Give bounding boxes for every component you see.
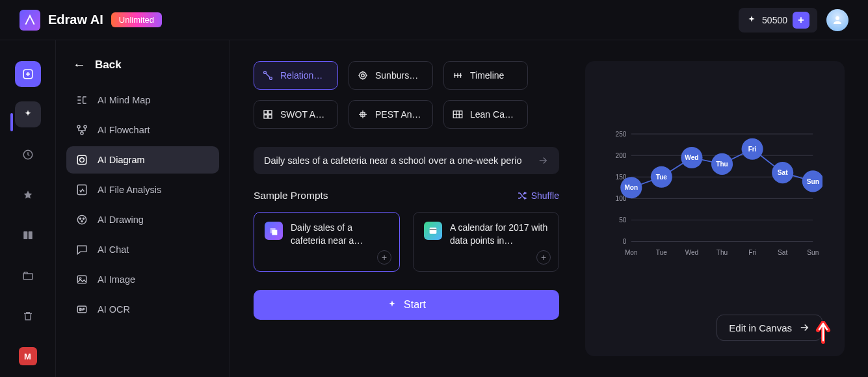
shuffle-label: Shuffle bbox=[531, 190, 559, 201]
rail-templates-button[interactable] bbox=[15, 222, 41, 248]
chip-label: SWOT A… bbox=[280, 109, 324, 120]
sample-add-button[interactable]: + bbox=[536, 250, 551, 265]
rail-trash-button[interactable] bbox=[15, 303, 41, 329]
back-button[interactable]: ← Back bbox=[66, 57, 219, 86]
chip-sunburst[interactable]: Sunburs… bbox=[349, 61, 433, 90]
svg-rect-4 bbox=[28, 231, 32, 239]
sample-icon bbox=[424, 222, 442, 240]
svg-point-6 bbox=[84, 125, 86, 128]
svg-text:Mon: Mon bbox=[625, 249, 638, 256]
rail-files-button[interactable] bbox=[15, 263, 41, 289]
chip-lean-canvas[interactable]: Lean Ca… bbox=[443, 100, 528, 129]
sidebar-item-label: AI Flowchart bbox=[98, 125, 150, 135]
svg-rect-28 bbox=[430, 228, 437, 233]
svg-point-14 bbox=[81, 220, 83, 222]
sidebar-item-label: AI OCR bbox=[98, 304, 130, 315]
diagram-icon bbox=[75, 153, 88, 166]
edit-canvas-label: Edit in Canvas bbox=[729, 322, 792, 333]
svg-text:200: 200 bbox=[616, 152, 627, 159]
sidebar-item-file-analysis[interactable]: AI File Analysis bbox=[66, 176, 219, 203]
rail-favorites-button[interactable] bbox=[15, 182, 41, 208]
chat-icon bbox=[75, 243, 88, 256]
sidebar-item-diagram[interactable]: AI Diagram bbox=[66, 146, 219, 174]
prompt-input[interactable]: Daily sales of a cafeteria near a school… bbox=[254, 147, 559, 174]
rail-ai-button[interactable] bbox=[15, 101, 41, 127]
edit-in-canvas-button[interactable]: Edit in Canvas bbox=[717, 315, 822, 341]
rail: M bbox=[0, 40, 56, 377]
svg-rect-23 bbox=[269, 110, 272, 114]
relation-icon bbox=[262, 70, 274, 81]
svg-rect-22 bbox=[264, 110, 267, 114]
preview-chart: 050100150200250MonTueWedThuFriSatSunMonT… bbox=[607, 81, 822, 307]
svg-point-18 bbox=[264, 72, 267, 74]
sample-add-button[interactable]: + bbox=[377, 250, 391, 265]
brand-name: Edraw AI bbox=[48, 12, 103, 27]
svg-text:Wed: Wed bbox=[685, 249, 699, 256]
chip-label: Timeline bbox=[470, 70, 504, 81]
chip-label: Lean Ca… bbox=[470, 109, 514, 120]
sidebar-item-image[interactable]: AI Image bbox=[66, 266, 219, 293]
svg-text:Sat: Sat bbox=[778, 249, 787, 256]
avatar[interactable] bbox=[826, 9, 848, 31]
svg-rect-3 bbox=[23, 231, 27, 239]
sidebar-item-chat[interactable]: AI Chat bbox=[66, 236, 219, 263]
chip-swot[interactable]: SWOT A… bbox=[254, 100, 338, 129]
pest-icon bbox=[357, 109, 369, 120]
submit-arrow-icon[interactable] bbox=[537, 155, 549, 166]
samples-title: Sample Prompts bbox=[254, 190, 328, 202]
add-credits-button[interactable]: + bbox=[793, 12, 809, 29]
shuffle-icon bbox=[517, 190, 527, 201]
back-arrow-icon: ← bbox=[73, 57, 86, 72]
rail-active-indicator bbox=[10, 113, 13, 131]
svg-point-9 bbox=[80, 158, 85, 162]
svg-point-11 bbox=[77, 215, 86, 224]
sidebar-item-label: AI Mind Map bbox=[98, 95, 150, 105]
sidebar-item-mindmap[interactable]: AI Mind Map bbox=[66, 86, 219, 114]
svg-text:Sun: Sun bbox=[807, 178, 819, 185]
svg-point-21 bbox=[360, 72, 367, 79]
image-icon bbox=[75, 273, 88, 286]
brand[interactable]: Edraw AI Unlimited bbox=[20, 10, 162, 31]
svg-point-7 bbox=[81, 132, 83, 135]
sidebar-item-label: AI Image bbox=[98, 274, 135, 285]
sunburst-icon bbox=[357, 70, 369, 81]
svg-point-0 bbox=[835, 16, 839, 20]
swot-icon bbox=[262, 109, 274, 120]
back-label: Back bbox=[95, 58, 122, 72]
chip-pest[interactable]: PEST An… bbox=[349, 100, 433, 129]
lean-canvas-icon bbox=[452, 109, 464, 120]
shuffle-button[interactable]: Shuffle bbox=[517, 190, 559, 201]
svg-text:Fri: Fri bbox=[748, 249, 756, 256]
sample-card-0[interactable]: Daily sales of a cafeteria near a… + bbox=[254, 212, 400, 272]
svg-text:Wed: Wed bbox=[685, 154, 698, 161]
chip-label: Sunburs… bbox=[375, 70, 418, 81]
start-button[interactable]: Start bbox=[254, 290, 559, 320]
svg-text:Thu: Thu bbox=[716, 161, 728, 168]
rail-new-button[interactable] bbox=[15, 61, 41, 87]
svg-text:Tue: Tue bbox=[656, 249, 667, 256]
brand-logo-icon bbox=[20, 10, 40, 31]
sample-card-1[interactable]: A calendar for 2017 with data points in…… bbox=[413, 212, 559, 272]
sidebar-item-label: AI Drawing bbox=[98, 214, 144, 225]
chip-label: Relation… bbox=[280, 70, 322, 81]
svg-text:Sun: Sun bbox=[807, 249, 819, 256]
svg-text:Thu: Thu bbox=[717, 249, 728, 256]
sidebar-item-drawing[interactable]: AI Drawing bbox=[66, 206, 219, 233]
rail-recent-button[interactable] bbox=[15, 142, 41, 168]
sample-text: A calendar for 2017 with data points in… bbox=[450, 222, 548, 262]
credits-pill[interactable]: 50500 + bbox=[739, 8, 817, 32]
sidebar-item-ocr[interactable]: AI OCR bbox=[66, 296, 219, 323]
chip-relation[interactable]: Relation… bbox=[254, 61, 338, 90]
chip-timeline[interactable]: Timeline bbox=[443, 61, 528, 90]
rail-bottom-badge[interactable]: M bbox=[19, 347, 37, 365]
svg-text:50: 50 bbox=[619, 216, 627, 224]
sidebar-item-label: AI Chat bbox=[98, 244, 129, 255]
svg-point-19 bbox=[270, 77, 272, 80]
file-analysis-icon bbox=[75, 183, 88, 196]
sample-text: Daily sales of a cafeteria near a… bbox=[291, 222, 389, 262]
mindmap-icon bbox=[75, 94, 88, 107]
svg-text:0: 0 bbox=[623, 238, 627, 245]
sidebar-item-flowchart[interactable]: AI Flowchart bbox=[66, 116, 219, 144]
svg-point-20 bbox=[362, 74, 365, 77]
flowchart-icon bbox=[75, 124, 88, 136]
